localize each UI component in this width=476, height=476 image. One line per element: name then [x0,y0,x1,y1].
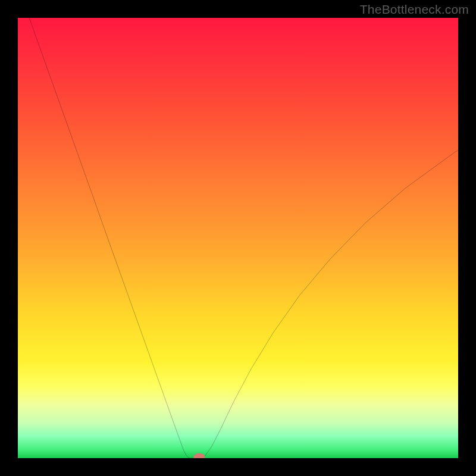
bottleneck-curve [18,18,458,458]
marker-dot [193,453,205,458]
curve-path [29,18,458,458]
watermark-text: TheBottleneck.com [360,2,469,17]
chart-frame: TheBottleneck.com [0,0,476,476]
plot-area [18,18,458,458]
